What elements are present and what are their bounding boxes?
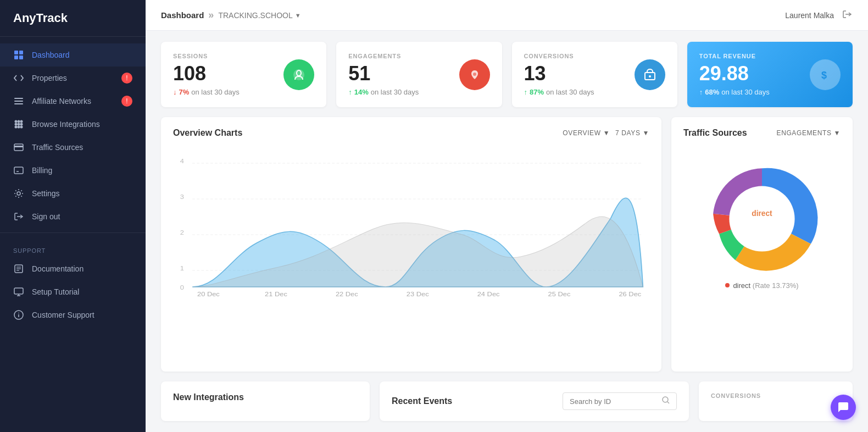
svg-rect-6: [14, 103, 23, 104]
legend-dot: [725, 283, 730, 287]
overview-chart-header: Overview Charts OVERVIEW ▼ 7 DAYS ▼: [173, 128, 649, 138]
svg-point-20: [17, 192, 20, 195]
engagements-change: ↑ 14% on last 30 days: [348, 88, 489, 96]
traffic-filter-btn[interactable]: ENGAGEMENTS ▼: [777, 129, 841, 137]
sidebar-item-signout[interactable]: Sign out: [0, 205, 146, 228]
grid-icon: [13, 49, 24, 60]
overview-filter-arrow: ▼: [603, 129, 610, 137]
stats-row: SESSIONS 108 ↓ 7% on last 30 days ENGAGE…: [146, 31, 868, 107]
new-integrations-title: New Integrations: [173, 392, 358, 402]
svg-rect-5: [14, 101, 23, 102]
svg-point-8: [18, 120, 20, 123]
stat-card-conversions: CONVERSIONS 13 ↑ 87% on last 30 days: [512, 42, 677, 107]
main-content: Dashboard » TRACKING.SCHOOL ▼ Laurent Ma…: [146, 0, 868, 432]
svg-point-31: [18, 313, 19, 314]
sessions-arrow: ↓: [173, 88, 177, 96]
properties-badge: !: [121, 73, 132, 84]
overview-chart-svg: 4 3 2 1 0 20 Dec 21 Dec: [173, 147, 649, 301]
info-icon: [13, 309, 24, 320]
svg-text:0: 0: [180, 284, 185, 291]
svg-text:2: 2: [180, 229, 185, 236]
stat-card-sessions: SESSIONS 108 ↓ 7% on last 30 days: [161, 42, 326, 107]
sidebar-nav: Dashboard Properties ! Affiliate Network…: [0, 37, 146, 432]
recent-events-card: Recent Events: [380, 381, 689, 421]
sidebar-item-settings[interactable]: Settings: [0, 182, 146, 205]
conversions-side-label: CONVERSIONS: [711, 392, 841, 399]
svg-rect-26: [14, 288, 23, 294]
sidebar-label-affiliate-networks: Affiliate Networks: [32, 97, 91, 106]
recent-events-title: Recent Events: [392, 396, 452, 406]
sessions-icon: [283, 59, 314, 90]
svg-rect-18: [14, 167, 23, 174]
search-input[interactable]: [570, 397, 658, 406]
conversions-change-text: on last 30 days: [546, 88, 594, 96]
sidebar-item-affiliate-networks[interactable]: Affiliate Networks !: [0, 90, 146, 113]
search-bar[interactable]: [563, 392, 677, 410]
sidebar-item-setup-tutorial[interactable]: Setup Tutorial: [0, 280, 146, 303]
sessions-change: ↓ 7% on last 30 days: [173, 88, 314, 96]
stat-card-revenue: TOTAL REVENUE 29.88 ↑ 68% on last 30 day…: [687, 42, 853, 107]
engagements-pct: 14%: [354, 88, 369, 96]
period-filter-btn[interactable]: 7 DAYS ▼: [615, 129, 649, 137]
svg-point-10: [15, 123, 18, 126]
svg-text:24 Dec: 24 Dec: [477, 291, 500, 298]
sidebar-label-documentation: Documentation: [32, 264, 84, 273]
sidebar-item-browse-integrations[interactable]: Browse Integrations: [0, 113, 146, 136]
billing-icon: [13, 165, 24, 176]
breadcrumb-site[interactable]: TRACKING.SCHOOL ▼: [218, 11, 301, 20]
svg-point-11: [18, 123, 20, 126]
sidebar-label-billing: Billing: [32, 166, 52, 175]
sidebar-item-billing[interactable]: Billing: [0, 159, 146, 182]
user-name: Laurent Malka: [785, 11, 834, 20]
list-icon: [13, 96, 24, 107]
svg-text:20 Dec: 20 Dec: [197, 291, 220, 298]
chat-bubble[interactable]: [831, 395, 856, 420]
logout-icon[interactable]: [842, 9, 853, 21]
svg-text:3: 3: [180, 193, 185, 201]
svg-text:25 Dec: 25 Dec: [548, 291, 571, 298]
sidebar: AnyTrack Dashboard Properties ! Affiliat…: [0, 0, 146, 432]
sessions-pct: 7%: [179, 88, 190, 96]
sidebar-label-signout: Sign out: [32, 212, 60, 221]
svg-text:22 Dec: 22 Dec: [336, 291, 358, 298]
recent-events-header: Recent Events: [392, 392, 677, 410]
sidebar-label-traffic-sources: Traffic Sources: [32, 143, 83, 152]
svg-text:direct: direct: [752, 209, 772, 218]
app-logo: AnyTrack: [0, 0, 146, 37]
sidebar-item-dashboard[interactable]: Dashboard: [0, 43, 146, 67]
revenue-change-text: on last 30 days: [721, 88, 769, 96]
engagements-change-text: on last 30 days: [371, 88, 419, 96]
sidebar-label-properties: Properties: [32, 74, 67, 82]
svg-text:4: 4: [180, 158, 185, 165]
breadcrumb-separator: »: [208, 9, 214, 21]
conversions-change: ↑ 87% on last 30 days: [524, 88, 665, 96]
conversions-side-card: CONVERSIONS: [699, 381, 853, 421]
overview-filter-btn[interactable]: OVERVIEW ▼: [563, 129, 610, 137]
svg-rect-1: [19, 51, 23, 54]
header: Dashboard » TRACKING.SCHOOL ▼ Laurent Ma…: [146, 0, 868, 31]
donut-legend: direct (Rate 13.73%): [725, 281, 798, 290]
sidebar-item-traffic-sources[interactable]: Traffic Sources: [0, 136, 146, 159]
svg-line-58: [667, 402, 669, 403]
stat-card-engagements: ENGAGEMENTS 51 ↑ 14% on last 30 days: [336, 42, 502, 107]
engagements-label: ENGAGEMENTS: [348, 53, 489, 59]
sidebar-item-properties[interactable]: Properties !: [0, 67, 146, 90]
sidebar-item-documentation[interactable]: Documentation: [0, 257, 146, 280]
svg-point-7: [15, 120, 18, 123]
svg-point-14: [18, 126, 20, 129]
revenue-label: TOTAL REVENUE: [699, 53, 841, 59]
traffic-sources-header: Traffic Sources ENGAGEMENTS ▼: [683, 128, 841, 138]
legend-label: direct (Rate 13.73%): [733, 281, 798, 290]
breadcrumb: Dashboard » TRACKING.SCHOOL ▼: [161, 9, 301, 21]
overview-chart-svg-wrap: 4 3 2 1 0 20 Dec 21 Dec: [173, 147, 649, 301]
svg-point-15: [20, 126, 23, 129]
traffic-sources-title: Traffic Sources: [683, 128, 747, 138]
overview-chart-card: Overview Charts OVERVIEW ▼ 7 DAYS ▼ 4: [161, 117, 661, 372]
svg-text:21 Dec: 21 Dec: [265, 291, 287, 298]
svg-text:$: $: [821, 70, 827, 81]
svg-text:1: 1: [180, 265, 185, 272]
charts-row: Overview Charts OVERVIEW ▼ 7 DAYS ▼ 4: [146, 107, 868, 372]
sidebar-item-customer-support[interactable]: Customer Support: [0, 303, 146, 326]
traffic-sources-card: Traffic Sources ENGAGEMENTS ▼: [671, 117, 853, 372]
svg-text:26 Dec: 26 Dec: [619, 291, 641, 298]
